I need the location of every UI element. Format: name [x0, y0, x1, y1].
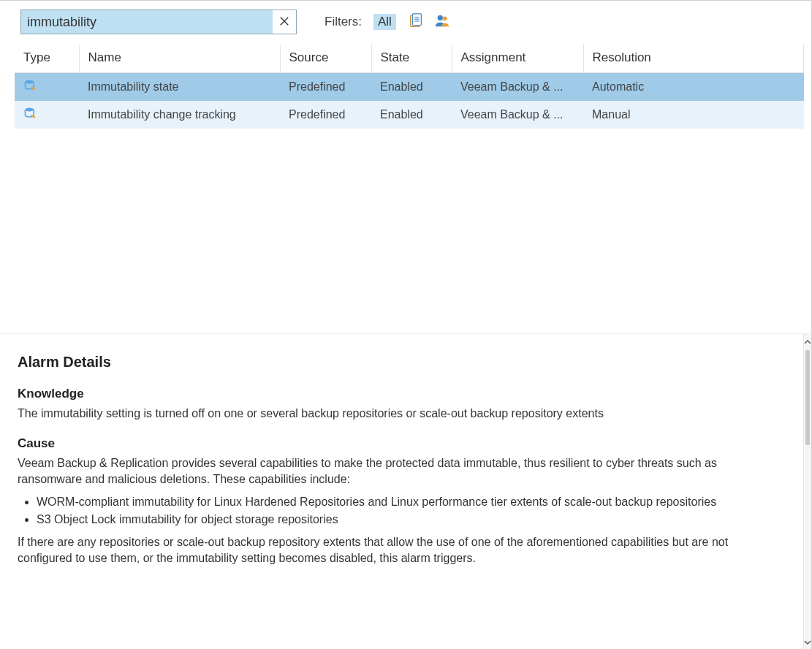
filter-icons — [408, 13, 450, 31]
filter-chip-all[interactable]: All — [373, 14, 396, 30]
col-header-assignment[interactable]: Assignment — [452, 45, 583, 73]
alarm-type-icon — [23, 78, 38, 96]
col-header-resolution[interactable]: Resolution — [583, 45, 804, 73]
cell-resolution: Manual — [583, 101, 804, 129]
cause-heading: Cause — [18, 435, 774, 452]
col-header-type[interactable]: Type — [15, 45, 79, 73]
scroll-down-button[interactable] — [804, 634, 811, 649]
scroll-up-button[interactable] — [804, 334, 811, 349]
col-header-state[interactable]: State — [371, 45, 452, 73]
cell-name: Immutability state — [79, 73, 280, 102]
chevron-down-icon — [804, 636, 811, 648]
table-header-row: Type Name Source State Assignment Resolu… — [15, 45, 804, 73]
filter-user-icon[interactable] — [434, 13, 450, 31]
cell-source: Predefined — [280, 73, 371, 102]
cause-bullets: WORM-compliant immutability for Linux Ha… — [37, 494, 774, 528]
toolbar: Filters: All — [0, 1, 811, 45]
alarms-table-container: Type Name Source State Assignment Resolu… — [0, 45, 811, 129]
list-item: WORM-compliant immutability for Linux Ha… — [37, 494, 774, 510]
search-clear-button[interactable] — [273, 10, 296, 34]
col-header-name[interactable]: Name — [79, 45, 280, 73]
cell-assignment: Veeam Backup & ... — [452, 73, 583, 102]
cell-name: Immutability change tracking — [79, 101, 280, 129]
alarms-table: Type Name Source State Assignment Resolu… — [15, 45, 804, 129]
cause-after-text: If there are any repositories or scale-o… — [18, 534, 774, 567]
cause-text: Veeam Backup & Replication provides seve… — [18, 455, 774, 488]
cell-source: Predefined — [280, 101, 371, 129]
alarm-type-icon — [23, 106, 38, 124]
close-icon — [279, 16, 289, 29]
knowledge-text: The immutability setting is turned off o… — [18, 406, 774, 422]
svg-point-8 — [26, 108, 34, 112]
filter-document-icon[interactable] — [408, 13, 424, 31]
search-box[interactable] — [20, 10, 297, 34]
cell-resolution: Automatic — [583, 73, 804, 102]
alarm-details-panel: Alarm Details Knowledge The immutability… — [0, 334, 811, 649]
search-input[interactable] — [21, 13, 273, 31]
cell-assignment: Veeam Backup & ... — [452, 101, 583, 129]
scrollbar-thumb[interactable] — [805, 350, 810, 445]
svg-point-6 — [443, 16, 447, 20]
alarm-details-heading: Alarm Details — [18, 352, 774, 372]
alarm-details-content: Alarm Details Knowledge The immutability… — [0, 334, 803, 649]
cell-state: Enabled — [371, 73, 452, 102]
cell-state: Enabled — [371, 101, 452, 129]
table-row[interactable]: Immutability state Predefined Enabled Ve… — [15, 73, 804, 102]
col-header-source[interactable]: Source — [280, 45, 371, 73]
details-scrollbar[interactable] — [803, 334, 811, 649]
chevron-up-icon — [804, 335, 811, 348]
svg-point-5 — [437, 15, 442, 20]
svg-point-7 — [26, 80, 34, 84]
list-item: S3 Object Lock immutability for object s… — [37, 512, 774, 528]
table-row[interactable]: Immutability change tracking Predefined … — [15, 101, 804, 129]
filters-label: Filters: — [325, 15, 362, 29]
knowledge-heading: Knowledge — [18, 385, 774, 403]
